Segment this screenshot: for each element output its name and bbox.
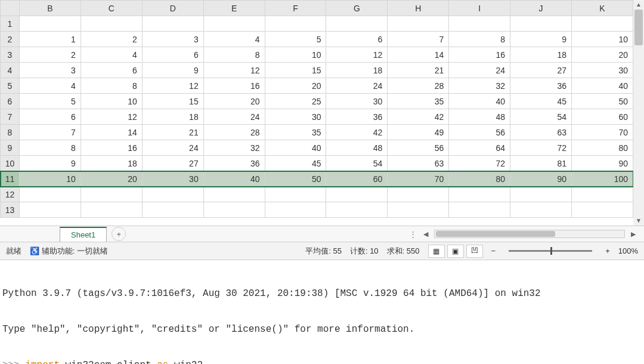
row-header-8[interactable]: 8 [1,125,20,140]
cell-F10[interactable]: 45 [265,156,326,171]
cell-J12[interactable] [510,187,572,202]
zoom-knob[interactable] [550,247,552,255]
cell-J11[interactable]: 90 [510,171,572,187]
cell-F7[interactable]: 30 [265,109,326,125]
spreadsheet-grid[interactable]: BCDEFGHIJK 12123456789103246810121416182… [0,0,633,218]
cell-I8[interactable]: 56 [449,125,510,140]
row-header-1[interactable]: 1 [1,16,20,32]
cell-G2[interactable]: 6 [326,32,388,47]
cell-J7[interactable]: 54 [510,109,572,125]
cell-D4[interactable]: 9 [142,63,203,78]
zoom-in-button[interactable]: + [605,246,610,255]
cell-F5[interactable]: 20 [265,78,326,94]
row-5[interactable]: 5481216202428323640 [1,78,633,94]
row-header-10[interactable]: 10 [1,156,20,171]
cell-H12[interactable] [388,187,449,202]
cell-J13[interactable] [510,202,572,218]
cell-I10[interactable]: 72 [449,156,510,171]
hscroll-thumb[interactable] [436,231,555,237]
cell-B9[interactable]: 8 [20,140,81,156]
row-9[interactable]: 98162432404856647280 [1,140,633,156]
cell-C9[interactable]: 16 [80,140,142,156]
row-header-11[interactable]: 11 [1,171,20,187]
cell-H5[interactable]: 28 [388,78,449,94]
cell-H10[interactable]: 63 [388,156,449,171]
column-header-D[interactable]: D [142,1,203,16]
column-header-E[interactable]: E [203,1,265,16]
cell-I12[interactable] [449,187,510,202]
cell-C6[interactable]: 10 [80,94,142,109]
cell-E3[interactable]: 8 [203,47,265,63]
cell-G7[interactable]: 36 [326,109,388,125]
cell-B13[interactable] [20,202,81,218]
cell-H1[interactable] [388,16,449,32]
cell-G13[interactable] [326,202,388,218]
cell-I3[interactable]: 16 [449,47,510,63]
cell-G10[interactable]: 54 [326,156,388,171]
cell-B6[interactable]: 5 [20,94,81,109]
row-4[interactable]: 436912151821242730 [1,63,633,78]
cell-E9[interactable]: 32 [203,140,265,156]
cell-G8[interactable]: 42 [326,125,388,140]
cell-K12[interactable] [572,187,633,202]
cell-B1[interactable] [20,16,81,32]
row-8[interactable]: 87142128354249566370 [1,125,633,140]
row-header-4[interactable]: 4 [1,63,20,78]
cell-J5[interactable]: 36 [510,78,572,94]
cell-K5[interactable]: 40 [572,78,633,94]
select-all-corner[interactable] [1,1,20,16]
cell-J9[interactable]: 72 [510,140,572,156]
cell-K11[interactable]: 100 [572,171,633,187]
row-header-5[interactable]: 5 [1,78,20,94]
row-12[interactable]: 12 [1,187,633,202]
cell-F3[interactable]: 10 [265,47,326,63]
cell-G11[interactable]: 60 [326,171,388,187]
cell-C7[interactable]: 12 [80,109,142,125]
row-1[interactable]: 1 [1,16,633,32]
cell-H11[interactable]: 70 [388,171,449,187]
cell-F6[interactable]: 25 [265,94,326,109]
normal-view-button[interactable]: ▦ [428,245,445,258]
cell-H6[interactable]: 35 [388,94,449,109]
cell-H2[interactable]: 7 [388,32,449,47]
page-layout-button[interactable]: ▣ [447,245,464,258]
cell-C13[interactable] [80,202,142,218]
cell-H3[interactable]: 14 [388,47,449,63]
cell-H13[interactable] [388,202,449,218]
cell-H4[interactable]: 21 [388,63,449,78]
horizontal-scrollbar[interactable] [434,230,625,238]
cell-K8[interactable]: 70 [572,125,633,140]
add-sheet-button[interactable]: + [112,227,126,241]
tab-drag-handle[interactable]: ⋮ [409,230,417,239]
row-2[interactable]: 212345678910 [1,32,633,47]
cell-C2[interactable]: 2 [80,32,142,47]
row-header-13[interactable]: 13 [1,202,20,218]
column-header-B[interactable]: B [20,1,81,16]
cell-K1[interactable] [572,16,633,32]
column-header-I[interactable]: I [449,1,510,16]
cell-E12[interactable] [203,187,265,202]
scroll-up-arrow[interactable]: ▲ [633,0,644,10]
cell-I13[interactable] [449,202,510,218]
cell-D10[interactable]: 27 [142,156,203,171]
cell-F8[interactable]: 35 [265,125,326,140]
cell-G1[interactable] [326,16,388,32]
cell-K2[interactable]: 10 [572,32,633,47]
cell-J10[interactable]: 81 [510,156,572,171]
cell-D12[interactable] [142,187,203,202]
cell-B10[interactable]: 9 [20,156,81,171]
cell-G12[interactable] [326,187,388,202]
cell-D3[interactable]: 6 [142,47,203,63]
cell-D8[interactable]: 21 [142,125,203,140]
cell-E5[interactable]: 16 [203,78,265,94]
cell-F4[interactable]: 15 [265,63,326,78]
cell-F9[interactable]: 40 [265,140,326,156]
column-header-K[interactable]: K [572,1,633,16]
scroll-thumb[interactable] [634,10,643,45]
row-10[interactable]: 109182736455463728190 [1,156,633,171]
cell-E4[interactable]: 12 [203,63,265,78]
cell-D6[interactable]: 15 [142,94,203,109]
cell-C3[interactable]: 4 [80,47,142,63]
cell-F13[interactable] [265,202,326,218]
cell-C1[interactable] [80,16,142,32]
